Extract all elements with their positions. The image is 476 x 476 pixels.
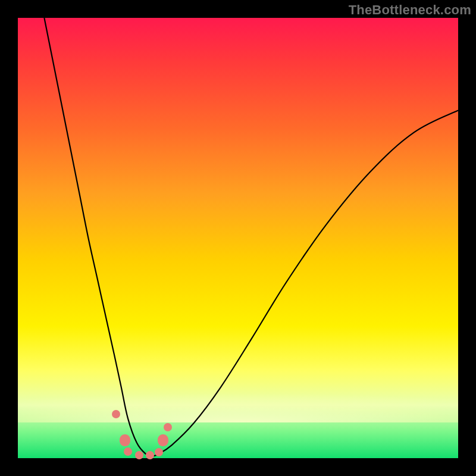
data-point (112, 410, 120, 418)
bottleneck-curve (44, 18, 458, 456)
curve-svg (18, 18, 458, 458)
data-point (124, 447, 132, 456)
data-point (155, 448, 163, 456)
data-point (146, 451, 154, 459)
attribution-text: TheBottleneck.com (349, 2, 471, 18)
data-point (120, 434, 130, 446)
data-point (164, 423, 172, 431)
chart-frame: TheBottleneck.com (0, 0, 476, 476)
plot-area (18, 18, 458, 458)
glow-band (18, 381, 458, 422)
data-point (158, 434, 168, 446)
data-point (135, 451, 143, 459)
